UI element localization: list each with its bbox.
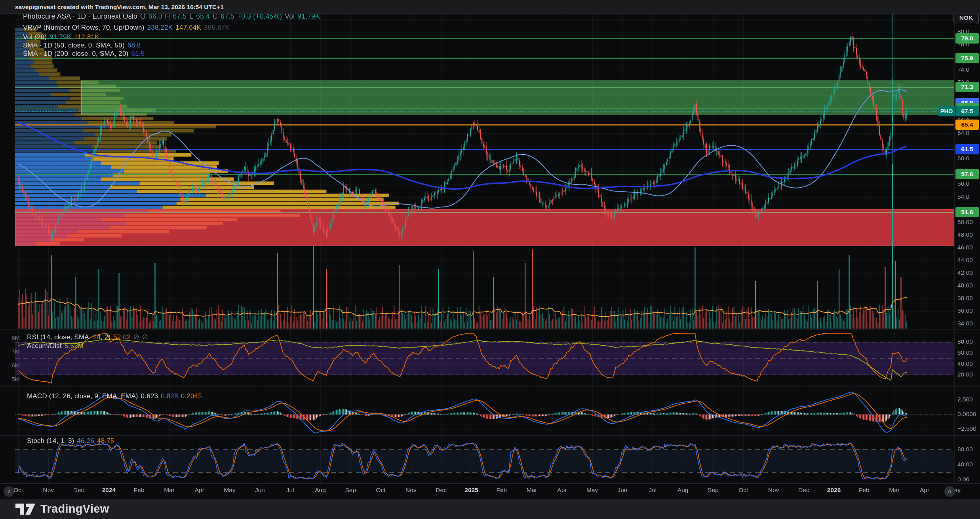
vrvp-legend-part-1: 238.22K xyxy=(147,24,173,31)
attribution-text: savepiginvest created with TradingView.c… xyxy=(15,4,224,10)
price-label-71.3: 71.3 xyxy=(955,82,979,92)
month-label-Apr-18: Apr xyxy=(557,487,567,494)
month-label-Aug-22: Aug xyxy=(677,487,689,494)
month-label-Oct-0: Oct xyxy=(13,487,23,494)
month-label-Feb-4: Feb xyxy=(134,487,145,494)
month-label-Dec-14: Dec xyxy=(436,487,447,494)
rsi-tick-20.00: 20.00 xyxy=(957,371,973,378)
chart-canvas[interactable] xyxy=(0,0,980,519)
sma200-legend-part-1: 61.5 xyxy=(131,50,145,57)
rsi-legend-part-2: ∅ xyxy=(133,333,139,341)
vrvp-legend[interactable]: VRVP (Number Of Rows, 70, Up/Down)238.22… xyxy=(23,24,232,32)
rsi-tick-60.00: 60.00 xyxy=(957,349,973,356)
month-label-2026-27: 2026 xyxy=(827,487,841,494)
price-label-79.0: 79.0 xyxy=(955,33,979,44)
macd-legend-part-1: 0.623 xyxy=(141,392,158,400)
month-label-Jun-8: Jun xyxy=(255,487,265,494)
attribution-bar: savepiginvest created with TradingView.c… xyxy=(0,0,980,14)
price-tick-36.00: 36.00 xyxy=(957,307,973,314)
rsi-tick-80.00: 80.00 xyxy=(957,338,973,345)
price-label-67.5: 67.5 xyxy=(955,106,979,116)
timezone-button[interactable]: Z xyxy=(4,486,14,497)
price-label-57.6: 57.6 xyxy=(955,169,979,179)
month-label-Oct-12: Oct xyxy=(376,487,386,494)
month-label-Feb-28: Feb xyxy=(859,487,870,494)
tradingview-brand: TradingView xyxy=(40,502,109,515)
month-label-Feb-16: Feb xyxy=(496,487,507,494)
rsi-legend-part-1: 52.02 xyxy=(113,333,131,341)
month-label-May-7: May xyxy=(224,487,235,494)
stoch-tick-0.00: 0.00 xyxy=(957,476,969,483)
price-tick-48.00: 48.00 xyxy=(957,231,973,238)
accum-legend-part-1: 5.52M xyxy=(65,342,84,350)
stoch-tick-80.00: 80.00 xyxy=(957,446,973,453)
macd-tick-0.0000: 0.0000 xyxy=(957,411,976,418)
symbol-price-tag: PHO xyxy=(938,106,955,116)
month-label-Mar-29: Mar xyxy=(889,487,900,494)
accum-dist-legend[interactable]: Accum/Dist5.52M xyxy=(27,342,86,350)
month-label-Nov-25: Nov xyxy=(768,487,779,494)
rsi-tick-40.00: 40.00 xyxy=(957,360,973,367)
vol20-legend-part-1: 91.79K xyxy=(49,33,71,41)
vrvp-legend-part-2: 147.64K xyxy=(175,24,201,31)
auto-scale-button[interactable]: A xyxy=(944,486,955,497)
month-label-Jul-21: Jul xyxy=(649,487,657,494)
month-label-Sep-23: Sep xyxy=(708,487,719,494)
month-label-Mar-5: Mar xyxy=(164,487,175,494)
accum-tick-5M: 5M xyxy=(2,376,20,382)
sma200-legend-part-0: SMA · 1D (200, close, 0, SMA, 20) xyxy=(23,50,128,57)
month-label-Nov-1: Nov xyxy=(43,487,54,494)
stoch-legend-part-0: Stoch (14, 1, 3) xyxy=(27,437,74,445)
month-label-2024-3: 2024 xyxy=(102,487,116,494)
tradingview-snapshot: savepiginvest created with TradingView.c… xyxy=(0,0,980,519)
month-label-Jul-9: Jul xyxy=(286,487,294,494)
price-label-61.5: 61.5 xyxy=(955,144,979,154)
accum-tick-7M: 7M xyxy=(2,348,20,355)
price-tick-46.00: 46.00 xyxy=(957,244,973,251)
stoch-legend[interactable]: Stoch (14, 1, 3)46.2648.75 xyxy=(27,437,117,445)
price-tick-50.00: 50.00 xyxy=(957,219,973,226)
price-tick-64.0: 64.0 xyxy=(957,129,969,137)
sma50-legend-part-0: SMA · 1D (50, close, 0, SMA, 50) xyxy=(23,42,125,49)
month-label-Dec-2: Dec xyxy=(73,487,84,494)
price-tick-74.0: 74.0 xyxy=(957,66,969,73)
vrvp-legend-part-0: VRVP (Number Of Rows, 70, Up/Down) xyxy=(23,24,145,31)
macd-legend-part-0: MACD (12, 26, close, 9, EMA, EMA) xyxy=(27,392,138,400)
accum-tick-6M: 6M xyxy=(2,362,20,369)
macd-legend-part-3: 0.2045 xyxy=(181,392,202,400)
tradingview-logo-icon xyxy=(15,503,36,515)
footer-bar: TradingView xyxy=(0,499,980,519)
accum-legend-part-0: Accum/Dist xyxy=(27,342,62,350)
price-tick-44.00: 44.00 xyxy=(957,257,973,264)
stoch-tick-40.00: 40.00 xyxy=(957,461,973,468)
price-tick-60.0: 60.0 xyxy=(957,155,969,162)
month-label-Dec-26: Dec xyxy=(798,487,809,494)
month-label-Apr-6: Apr xyxy=(195,487,204,494)
macd-legend-part-2: 0.828 xyxy=(161,392,178,400)
price-tick-40.00: 40.00 xyxy=(957,282,973,289)
price-tick-34.00: 34.00 xyxy=(957,320,973,327)
month-label-Aug-10: Aug xyxy=(315,487,326,494)
month-label-May-19: May xyxy=(586,487,598,494)
vrvp-legend-part-3: 385.87K xyxy=(204,24,230,31)
sma50-legend[interactable]: SMA · 1D (50, close, 0, SMA, 50)68.8 xyxy=(23,42,144,49)
sma200-legend[interactable]: SMA · 1D (200, close, 0, SMA, 20)61.5 xyxy=(23,50,147,58)
vol20-legend-part-2: 112.81K xyxy=(74,33,99,41)
price-tick-38.00: 38.00 xyxy=(957,295,973,302)
price-label-65.4: 65.4 xyxy=(955,120,979,130)
month-label-Mar-17: Mar xyxy=(527,487,537,494)
stoch-legend-part-2: 48.75 xyxy=(97,437,114,445)
sma50-legend-part-1: 68.8 xyxy=(127,42,141,49)
price-label-75.9: 75.9 xyxy=(955,53,979,63)
month-label-Oct-24: Oct xyxy=(738,487,748,494)
macd-tick-2.500: 2.500 xyxy=(957,396,973,403)
stoch-legend-part-1: 46.26 xyxy=(77,437,94,445)
rsi-legend[interactable]: RSI (14, close, SMA, 14, 2)52.02∅∅ xyxy=(27,333,151,341)
macd-legend[interactable]: MACD (12, 26, close, 9, EMA, EMA)0.6230.… xyxy=(27,392,205,400)
month-label-Sep-11: Sep xyxy=(345,487,356,494)
rsi-legend-part-3: ∅ xyxy=(142,333,148,341)
price-tick-56.0: 56.0 xyxy=(957,180,969,187)
month-label-Jun-20: Jun xyxy=(618,487,628,494)
price-tick-54.0: 54.0 xyxy=(957,193,969,200)
volume-legend[interactable]: Vol (20)91.79K112.81K xyxy=(23,33,102,41)
